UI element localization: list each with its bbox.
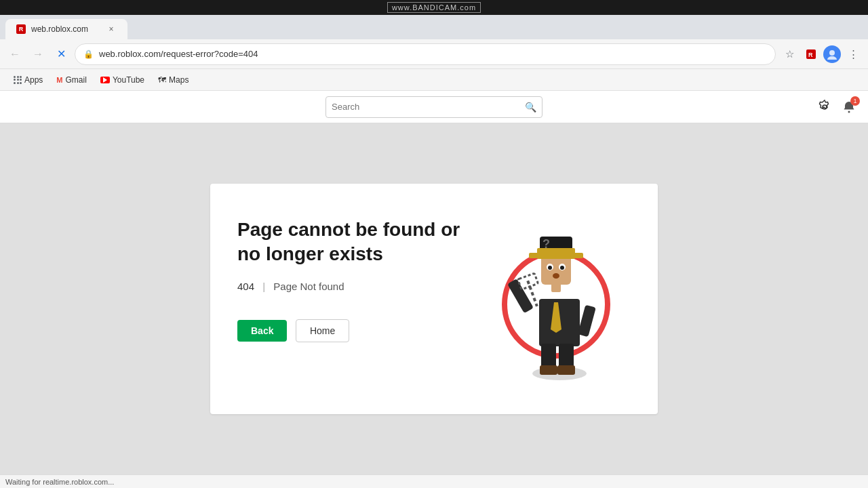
svg-rect-17 — [541, 255, 571, 285]
ssl-lock-icon: 🔒 — [83, 49, 94, 59]
roblox-character: ? — [488, 211, 624, 387]
svg-point-2 — [829, 50, 835, 56]
bookmark-star-button[interactable]: ☆ — [780, 45, 799, 64]
back-button-error[interactable]: Back — [237, 320, 287, 342]
home-button-error[interactable]: Home — [296, 319, 349, 342]
error-image-section: ? — [481, 211, 631, 387]
svg-text:R: R — [808, 52, 813, 58]
status-text: Waiting for realtime.roblox.com... — [5, 478, 114, 486]
error-card-wrapper: Page cannot be found or no longer exists… — [0, 123, 868, 474]
error-card: Page cannot be found or no longer exists… — [210, 184, 658, 414]
svg-rect-12 — [540, 365, 557, 375]
svg-point-3 — [827, 56, 837, 60]
bandicam-text: www.BANDICAM.com — [387, 2, 481, 13]
nav-bar: ← → ✕ 🔒 web.roblox.com/request-error?cod… — [0, 39, 868, 69]
error-code-row: 404 | Page Not found — [237, 281, 468, 292]
tab-favicon: R — [16, 24, 26, 34]
error-buttons: Back Home — [237, 319, 468, 342]
svg-point-21 — [560, 266, 564, 270]
svg-rect-15 — [578, 305, 596, 338]
status-bar: Waiting for realtime.roblox.com... — [0, 474, 868, 488]
roblox-ext-icon: R — [805, 48, 817, 60]
maps-label: Maps — [169, 75, 189, 85]
bookmarks-bar: Apps M Gmail YouTube 🗺 Maps — [0, 69, 868, 91]
svg-text:?: ? — [542, 237, 550, 251]
search-input[interactable] — [332, 102, 521, 112]
tab-close-button[interactable]: × — [106, 24, 117, 35]
settings-button[interactable] — [814, 96, 835, 118]
reload-button[interactable]: ✕ — [52, 45, 71, 64]
apps-icon — [14, 76, 22, 84]
notification-button[interactable]: 1 — [841, 99, 857, 115]
url-text: web.roblox.com/request-error?code=404 — [99, 49, 767, 59]
roblox-header: 🔍 1 — [0, 91, 868, 123]
error-code-number: 404 — [237, 281, 254, 292]
bookmark-apps[interactable]: Apps — [8, 73, 48, 87]
nav-right-icons: ☆ R ⋮ — [780, 45, 863, 64]
notification-count: 1 — [850, 96, 860, 106]
svg-point-20 — [548, 266, 552, 270]
bookmark-gmail[interactable]: M Gmail — [51, 73, 92, 87]
page-content: 🔍 1 Page cannot be found or no — [0, 91, 868, 474]
bandicam-bar: www.BANDICAM.com — [0, 0, 868, 15]
bookmark-maps[interactable]: 🗺 Maps — [153, 73, 194, 87]
profile-button[interactable] — [823, 45, 841, 63]
tab-bar: R web.roblox.com × — [0, 15, 868, 39]
maps-icon: 🗺 — [158, 75, 166, 85]
gmail-icon: M — [56, 76, 62, 84]
gmail-label: Gmail — [66, 75, 87, 85]
back-button[interactable]: ← — [5, 45, 24, 64]
browser-chrome: R web.roblox.com × ← → ✕ 🔒 web.roblox.co… — [0, 15, 868, 91]
svg-rect-13 — [557, 365, 575, 375]
svg-point-22 — [553, 273, 559, 279]
svg-rect-24 — [529, 253, 583, 258]
roblox-extension-button[interactable]: R — [802, 45, 821, 64]
forward-button[interactable]: → — [28, 45, 47, 64]
profile-icon — [827, 49, 837, 60]
address-bar[interactable]: 🔒 web.roblox.com/request-error?code=404 — [75, 43, 776, 65]
error-message: Page Not found — [273, 281, 344, 292]
settings-icon — [816, 99, 833, 115]
search-icon[interactable]: 🔍 — [525, 102, 536, 113]
error-text-section: Page cannot be found or no longer exists… — [237, 211, 468, 342]
search-bar[interactable]: 🔍 — [326, 96, 542, 118]
youtube-icon — [100, 77, 110, 83]
apps-label: Apps — [24, 75, 43, 85]
chrome-menu-button[interactable]: ⋮ — [844, 45, 863, 64]
error-separator: | — [262, 281, 265, 292]
svg-point-5 — [848, 110, 850, 113]
tab-title: web.roblox.com — [31, 24, 88, 34]
header-actions: 1 — [814, 96, 857, 118]
active-tab[interactable]: R web.roblox.com × — [5, 19, 127, 39]
bookmark-youtube[interactable]: YouTube — [95, 73, 150, 87]
error-title: Page cannot be found or no longer exists — [237, 218, 468, 267]
youtube-label: YouTube — [113, 75, 144, 85]
